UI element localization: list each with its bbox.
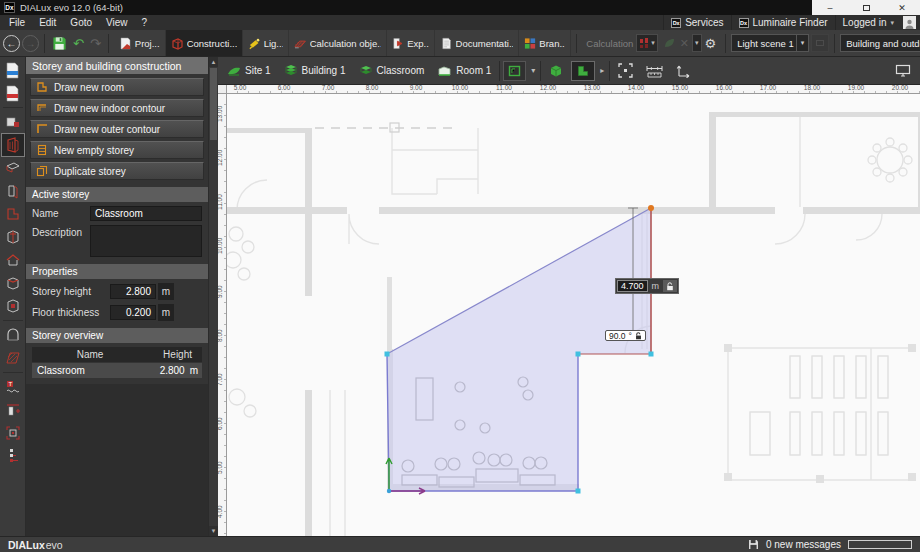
storey-slab-tool-icon[interactable] [2, 157, 24, 179]
building-tool-icon[interactable] [2, 134, 24, 156]
cancel-calculation-icon[interactable]: ✕ [680, 37, 689, 50]
draw-new-indoor-contour-button[interactable]: Draw new indoor contour [30, 99, 204, 117]
avatar[interactable] [903, 16, 916, 29]
tab-brands[interactable]: Bran... [519, 30, 571, 57]
draw-polygon-room-button[interactable] [571, 61, 595, 81]
back-button[interactable]: ← [3, 35, 20, 52]
storey-height-input[interactable]: 2.800 [110, 284, 156, 299]
menu-goto[interactable]: Goto [63, 15, 99, 30]
energy-leaf-icon[interactable] [661, 37, 677, 49]
move-tool-button[interactable] [671, 61, 695, 81]
breadcrumb-site[interactable]: Site 1 [222, 61, 276, 81]
floor-thickness-unit: m [158, 304, 174, 321]
active-storey-header: Active storey [26, 187, 208, 202]
zoom-to-fit-button[interactable] [613, 61, 638, 81]
draw-room-icon [36, 81, 48, 93]
draw-rectangle-room-button[interactable] [544, 61, 568, 81]
column-tool-icon[interactable] [2, 226, 24, 248]
draw-new-outer-contour-button[interactable]: Draw new outer contour [30, 120, 204, 138]
scroll-down-icon[interactable]: ▼ [209, 526, 218, 536]
selection-frame-tool-icon[interactable] [2, 422, 24, 444]
undo-button[interactable]: ↶ [71, 37, 86, 50]
light-scene-select[interactable]: Light scene 1 ▾ [731, 34, 809, 52]
light-scene-edit-button[interactable] [811, 34, 829, 52]
menu-view[interactable]: View [99, 15, 135, 30]
storey-overview-table: Name Height Classroom 2.800 m [32, 347, 202, 378]
site-tool-icon[interactable] [2, 111, 24, 133]
messages-count[interactable]: 0 new messages [766, 539, 841, 550]
storey-height-row: Storey height 2.800 m [32, 283, 202, 300]
mode-tabs: Proj... Constructi... Lig... Calculation… [114, 30, 572, 57]
view-mode-select[interactable]: Building and outdoor pla... ▾ [840, 34, 920, 52]
tab-export[interactable]: Exp... [387, 30, 435, 57]
chevron-down-icon[interactable]: ▾ [529, 66, 537, 75]
storey-description-input[interactable] [90, 225, 202, 257]
scrollbar-track[interactable] [209, 141, 218, 526]
scrollbar-thumb[interactable] [210, 68, 217, 140]
view-mode-value: Building and outdoor pla... [841, 38, 920, 49]
menu-edit[interactable]: Edit [32, 15, 63, 30]
roof-tool-icon[interactable] [2, 249, 24, 271]
floor-tool-icon[interactable] [2, 295, 24, 317]
logged-in-button[interactable]: Logged in ▾ [835, 15, 901, 30]
tab-light[interactable]: Lig... [243, 30, 289, 57]
construction-tool-strip: T [0, 57, 26, 536]
zone-dropdown-button[interactable] [503, 61, 526, 81]
services-button[interactable]: Dx Services [663, 15, 730, 30]
draw-new-room-button[interactable]: Draw new room [30, 78, 204, 96]
storey-height-unit: m [158, 283, 174, 300]
display-options-button[interactable] [890, 61, 916, 81]
site-icon [227, 65, 241, 77]
room-contour-tool-icon[interactable] [2, 203, 24, 225]
ceiling-tool-icon[interactable] [2, 272, 24, 294]
minimize-button[interactable]: – [812, 0, 848, 15]
fit-selection-icon [618, 63, 633, 78]
forward-button[interactable]: → [22, 35, 39, 52]
tab-calculation-objects[interactable]: Calculation obje... [289, 30, 387, 57]
storey-name-input[interactable]: Classroom [90, 206, 202, 221]
section-tool-icon[interactable] [2, 399, 24, 421]
duplicate-storey-button[interactable]: Duplicate storey [30, 162, 204, 180]
breadcrumb-room[interactable]: Room 1 [432, 61, 496, 81]
opening-tool-icon[interactable] [2, 324, 24, 346]
length-lock-button[interactable] [663, 280, 677, 292]
wall-tool-icon[interactable] [2, 180, 24, 202]
new-empty-storey-button[interactable]: New empty storey [30, 141, 204, 159]
menu-file[interactable]: File [2, 15, 32, 30]
status-right-group: 0 new messages [748, 539, 912, 550]
maximize-button[interactable] [848, 0, 884, 15]
edge-length-input[interactable]: 4.700 [617, 280, 648, 292]
measure-tool-button[interactable] [641, 61, 668, 81]
tab-construction[interactable]: Constructi... [166, 30, 244, 57]
gear-icon[interactable]: ⚙ [705, 37, 717, 50]
floor-thickness-input[interactable]: 0.200 [110, 305, 156, 320]
canvas-toolbar: Site 1 Building 1 Classroom Room 1 [218, 57, 920, 85]
tab-documentation[interactable]: Documentati... [435, 30, 519, 57]
move-arrows-icon [676, 63, 690, 78]
material-tool-icon[interactable] [2, 347, 24, 369]
cad-canvas-area: Site 1 Building 1 Classroom Room 1 [218, 57, 920, 536]
start-calculation-button[interactable]: ▾ [636, 34, 658, 52]
edge-angle-input-group[interactable]: 90.0 ° [605, 330, 646, 341]
text-spline-tool-icon[interactable]: T [2, 376, 24, 398]
breadcrumb-storey[interactable]: Classroom [354, 61, 430, 81]
cube-icon [549, 64, 563, 78]
import-ifc-icon[interactable] [2, 82, 24, 104]
close-button[interactable]: ✕ [884, 0, 920, 15]
menu-help[interactable]: ? [135, 15, 155, 30]
calculation-options-dropdown[interactable]: ▾ [692, 34, 702, 52]
import-dwg-icon[interactable] [2, 59, 24, 81]
scroll-up-icon[interactable]: ▲ [209, 57, 218, 67]
chevron-right-icon[interactable]: ▸ [598, 66, 606, 75]
breadcrumb-building[interactable]: Building 1 [279, 61, 351, 81]
redo-button[interactable]: ↷ [88, 37, 103, 50]
save-button[interactable] [50, 36, 69, 51]
drawing-viewport-frame: 5.006.007.008.009.0010.0011.0012.0013.00… [218, 85, 920, 536]
nodes-tool-icon[interactable] [2, 445, 24, 467]
tab-project[interactable]: Proj... [114, 30, 166, 57]
drawing-viewport[interactable]: 4.700 m 90.0 ° [227, 94, 920, 536]
luminaire-finder-button[interactable]: Dx Luminaire Finder [731, 15, 835, 30]
table-row[interactable]: Classroom 2.800 m [32, 363, 202, 378]
dialux-evo-window: Dx DIALux evo 12.0 (64-bit) – ✕ File Edi… [0, 0, 920, 552]
panel-scrollbar[interactable]: ▲ ▼ [208, 57, 218, 536]
